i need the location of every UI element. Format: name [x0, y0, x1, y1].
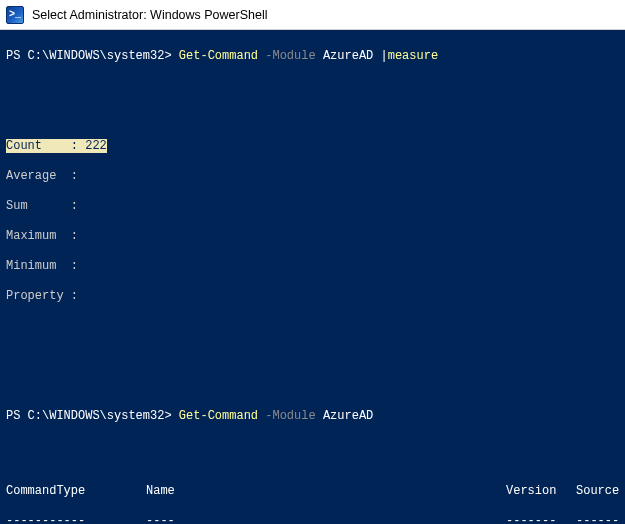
prompt-path: PS C:\WINDOWS\system32> — [6, 409, 172, 423]
measure-line: Average : — [6, 169, 619, 184]
measure-line: Minimum : — [6, 259, 619, 274]
cmd-arg: AzureAD — [323, 409, 373, 423]
prompt-path: PS C:\WINDOWS\system32> — [6, 49, 172, 63]
cmd-flag: -Module — [265, 49, 315, 63]
header-version: Version — [506, 484, 576, 499]
commands-table: CommandTypeNameVersionSource -----------… — [6, 469, 619, 524]
cmd-arg: AzureAD — [323, 49, 373, 63]
prompt-line-2: PS C:\WINDOWS\system32> Get-Command -Mod… — [6, 409, 619, 424]
measure-line: Maximum : — [6, 229, 619, 244]
window-title: Select Administrator: Windows PowerShell — [32, 8, 268, 22]
pipe-command: measure — [388, 49, 438, 63]
measure-line: Property : — [6, 289, 619, 304]
powershell-icon: >_ — [6, 6, 24, 24]
header-name: Name — [146, 484, 506, 499]
table-header-row: CommandTypeNameVersionSource — [6, 484, 619, 499]
table-rule-row: ---------------------------- — [6, 514, 619, 524]
prompt-line-1: PS C:\WINDOWS\system32> Get-Command -Mod… — [6, 49, 619, 64]
cmdlet-name: Get-Command — [179, 49, 258, 63]
window-titlebar[interactable]: >_ Select Administrator: Windows PowerSh… — [0, 0, 625, 30]
measure-line: Sum : — [6, 199, 619, 214]
terminal-pane[interactable]: PS C:\WINDOWS\system32> Get-Command -Mod… — [0, 30, 625, 524]
pipe-symbol: | — [381, 49, 388, 63]
cmdlet-name: Get-Command — [179, 409, 258, 423]
measure-count-line: Count : 222 — [6, 139, 619, 154]
header-source: Source — [576, 484, 619, 499]
header-commandtype: CommandType — [6, 484, 146, 499]
count-label: Count : — [6, 139, 85, 153]
cmd-flag: -Module — [265, 409, 315, 423]
count-value: 222 — [85, 139, 107, 153]
